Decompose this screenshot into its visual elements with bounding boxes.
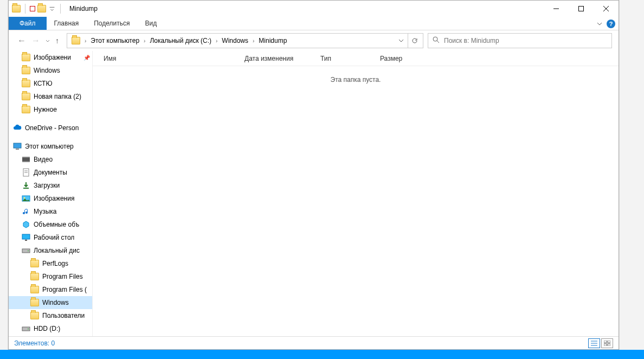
tree-item[interactable]: Загрузки — [9, 179, 92, 192]
breadcrumb-chevron-icon[interactable]: › — [141, 38, 147, 44]
svg-point-19 — [28, 251, 29, 252]
column-name[interactable]: Имя — [93, 51, 239, 66]
nav-forward-icon[interactable]: → — [31, 36, 40, 46]
breadcrumb-minidump[interactable]: Minidump — [256, 37, 289, 44]
tree-item[interactable]: КСТЮ — [9, 77, 92, 90]
pin-icon: 📌 — [83, 55, 90, 61]
svg-rect-10 — [22, 161, 30, 162]
breadcrumb-chevron-icon[interactable]: › — [82, 38, 88, 44]
nav-history-dropdown-icon[interactable] — [46, 36, 50, 46]
tree-item[interactable]: Windows — [9, 296, 92, 309]
tree-item[interactable]: Пользователи — [9, 309, 92, 322]
tree-item-label: Локальный дис — [34, 247, 80, 254]
svg-rect-26 — [608, 341, 610, 343]
nav-up-icon[interactable]: ↑ — [55, 36, 59, 45]
tree-item[interactable]: Program Files — [9, 270, 92, 283]
tree-item[interactable]: Музыка — [9, 205, 92, 218]
tree-item-label: OneDrive - Person — [25, 124, 79, 132]
tree-item[interactable]: Новая папка (2) — [9, 90, 92, 103]
svg-line-5 — [437, 41, 439, 43]
tree-item[interactable]: Этот компьютер — [9, 140, 92, 153]
tree-item-label: Видео — [34, 156, 53, 163]
nav-back-icon[interactable]: ← — [17, 36, 26, 46]
svg-rect-16 — [22, 234, 30, 239]
breadcrumb-disk[interactable]: Локальный диск (C:) — [147, 37, 214, 44]
minimize-button[interactable] — [544, 1, 569, 17]
tree-item-label: Документы — [34, 169, 67, 176]
disk-icon — [22, 246, 30, 255]
tab-file[interactable]: Файл — [9, 17, 47, 30]
svg-rect-6 — [14, 143, 21, 148]
qat-separator-2 — [60, 4, 61, 14]
tree-item[interactable]: Изображения — [9, 192, 92, 205]
tree-item-label: PerfLogs — [42, 260, 68, 267]
breadcrumb-chevron-icon[interactable]: › — [250, 38, 256, 44]
folder-icon — [22, 92, 30, 101]
tree-item[interactable]: HDD (D:) — [9, 322, 92, 335]
tree-item-label: Изображени — [34, 54, 71, 61]
ribbon-expand-icon[interactable] — [597, 19, 602, 29]
breadcrumb-chevron-icon[interactable]: › — [214, 38, 220, 44]
tab-share[interactable]: Поделиться — [86, 17, 137, 30]
explorer-window: Minidump Файл Главная Поделиться Вид ? ←… — [8, 0, 619, 350]
tree-item[interactable]: Windows — [9, 64, 92, 77]
qat-dropdown-icon[interactable] — [48, 3, 56, 14]
qat-folder-icon[interactable] — [37, 4, 46, 13]
search-icon — [433, 36, 440, 45]
svg-rect-17 — [25, 240, 27, 241]
folder-icon — [22, 53, 30, 62]
tree-item[interactable]: Видео — [9, 153, 92, 166]
tree-item[interactable]: Документы — [9, 166, 92, 179]
folder-icon — [30, 298, 39, 307]
tree-item[interactable]: OneDrive - Person — [9, 121, 92, 134]
svg-rect-28 — [608, 344, 610, 346]
folder-icon — [30, 285, 39, 294]
cloud-icon — [13, 124, 22, 132]
tree-item[interactable]: Рабочий стол — [9, 231, 92, 244]
sidebar-tree[interactable]: Изображени📌WindowsКСТЮНовая папка (2)Нуж… — [9, 51, 93, 336]
svg-rect-1 — [579, 7, 584, 11]
address-bar[interactable]: › Этот компьютер › Локальный диск (C:) ›… — [67, 33, 423, 48]
column-size[interactable]: Размер — [375, 51, 423, 66]
tree-item[interactable]: Объемные объ — [9, 218, 92, 231]
breadcrumb-pc[interactable]: Этот компьютер — [88, 37, 141, 44]
tree-item[interactable]: Нужное — [9, 103, 92, 116]
tree-item[interactable]: Изображени📌 — [9, 51, 92, 64]
status-bar: Элементов: 0 — [9, 336, 619, 349]
view-details-button[interactable] — [588, 338, 600, 348]
tree-item-label: КСТЮ — [34, 80, 53, 87]
address-folder-icon — [72, 36, 80, 45]
tree-item-label: Рабочий стол — [34, 234, 74, 241]
folder-icon — [30, 259, 39, 268]
maximize-button[interactable] — [569, 1, 594, 17]
pc-icon — [13, 142, 22, 151]
tree-item[interactable]: Локальный дис — [9, 244, 92, 257]
download-icon — [22, 181, 30, 190]
svg-rect-25 — [604, 341, 607, 343]
tab-home[interactable]: Главная — [47, 17, 87, 30]
tree-item-label: Изображения — [34, 195, 74, 202]
svg-point-21 — [28, 329, 29, 330]
column-type[interactable]: Тип — [315, 51, 375, 66]
tree-item-label: Program Files — [42, 273, 83, 280]
folder-icon — [30, 311, 39, 320]
search-box[interactable] — [428, 33, 612, 48]
window-title: Minidump — [69, 5, 98, 12]
address-dropdown-icon[interactable] — [395, 34, 408, 48]
tab-view[interactable]: Вид — [137, 17, 164, 30]
search-input[interactable] — [444, 37, 607, 44]
refresh-icon[interactable] — [408, 34, 421, 48]
column-date[interactable]: Дата изменения — [239, 51, 315, 66]
tree-item[interactable]: Program Files ( — [9, 283, 92, 296]
close-button[interactable] — [594, 1, 619, 17]
view-thumbnails-button[interactable] — [601, 338, 613, 348]
qat-item-icon[interactable] — [30, 6, 35, 11]
tree-item-label: Пользователи — [42, 312, 85, 319]
help-icon[interactable]: ? — [607, 20, 615, 28]
tree-item[interactable]: PerfLogs — [9, 257, 92, 270]
folder-icon — [22, 66, 30, 75]
main-pane: Имя Дата изменения Тип Размер Эта папка … — [93, 51, 619, 336]
breadcrumb-windows[interactable]: Windows — [220, 37, 250, 44]
svg-point-15 — [24, 197, 25, 199]
tree-item-label: Windows — [34, 67, 60, 74]
